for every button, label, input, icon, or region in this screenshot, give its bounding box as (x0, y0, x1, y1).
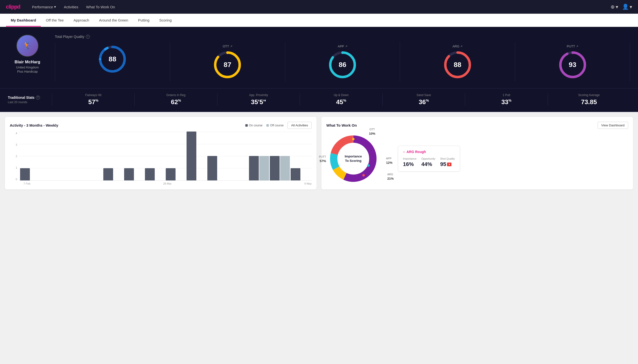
score-total: 88 (55, 42, 170, 82)
tpq-label: Total Player Quality ? (55, 35, 630, 38)
y-label-1: 1 (16, 166, 17, 169)
score-arg-label: ARG ↗ (453, 44, 463, 48)
wtwo-content: ImportanceTo Scoring PUTT 57% OTT 10% AP… (326, 132, 628, 186)
tpq-info-icon[interactable]: ? (86, 35, 90, 38)
bar-group-6 (124, 168, 144, 180)
stat-1-putt: 1 Putt 33% (465, 94, 547, 106)
ott-label: OTT 10% (369, 127, 375, 136)
tab-off-the-tee[interactable]: Off the Tee (41, 14, 69, 27)
score-app: APP ↗ 86 (285, 42, 400, 82)
view-dashboard-button[interactable]: View Dashboard (598, 122, 628, 129)
avatar: 🏌️ (17, 35, 39, 57)
bar-group-8 (166, 168, 186, 180)
stat-fairways-hit: Fairways Hit 57% (52, 94, 134, 106)
score-arg-value: 88 (454, 61, 461, 69)
score-arg: ARG ↗ 88 (400, 42, 515, 82)
tab-my-dashboard[interactable]: My Dashboard (6, 14, 41, 27)
score-putt-label: PUTT ↗ (567, 44, 578, 48)
svg-point-12 (468, 62, 470, 64)
y-label-2: 2 (16, 155, 17, 158)
stat-app-proximity: App. Proximity 35'5" (217, 94, 300, 106)
activity-chart-card: Activity - 3 Months - Weekly On course O… (5, 117, 317, 190)
wtwo-detail-card: ARG Rough Importance 16% Opportunity 44% (398, 146, 460, 172)
arg-label: ARG 21% (387, 172, 394, 181)
svg-point-3 (99, 58, 101, 60)
stat-up-down: Up & Down 45% (300, 94, 382, 106)
hero-section: 🏌️ Blair McHarg United Kingdom Plus Hand… (0, 27, 638, 88)
shot-quality-down-arrow: ▼ (447, 162, 452, 166)
bar-group-14 (291, 168, 311, 180)
y-label-3: 3 (16, 143, 17, 146)
putt-label: PUTT 57% (319, 154, 326, 163)
app-label: APP 12% (386, 156, 392, 165)
x-label-mar: 28 Mar (163, 182, 171, 185)
user-menu[interactable]: 👤▾ (622, 4, 632, 10)
score-ott-value: 87 (224, 61, 231, 69)
svg-point-23 (362, 174, 365, 176)
bottom-section: Activity - 3 Months - Weekly On course O… (0, 112, 638, 194)
nav-performance[interactable]: Performance ▾ (32, 4, 56, 10)
score-app-label: APP ↗ (338, 44, 347, 48)
detail-card-title: ARG Rough (403, 150, 455, 154)
wtwo-title: What To Work On (326, 123, 357, 127)
scores-grid: 88 OTT ↗ 87 (55, 42, 630, 82)
metric-opportunity: Opportunity 44% (421, 157, 435, 168)
svg-point-22 (367, 164, 370, 167)
player-info: 🏌️ Blair McHarg United Kingdom Plus Hand… (8, 35, 47, 73)
top-nav: clippd Performance ▾ Activities What To … (0, 0, 638, 14)
score-app-value: 86 (339, 61, 346, 69)
bar-group-13 (270, 156, 290, 180)
chart-legend: On course Off course (245, 124, 284, 127)
tab-around-the-green[interactable]: Around the Green (94, 14, 133, 27)
score-putt-value: 93 (569, 61, 576, 69)
bar-group-12 (249, 156, 269, 180)
metric-importance: Importance 16% (403, 157, 416, 168)
detail-metrics: Importance 16% Opportunity 44% Shot Qual… (403, 157, 455, 168)
legend-on-course: On course (245, 124, 263, 127)
bar-group-7 (145, 168, 165, 180)
score-total-value: 88 (109, 55, 116, 63)
what-to-work-on-card: What To Work On View Dashboard (321, 117, 633, 190)
metric-shot-quality: Shot Quality 95 ▼ (440, 157, 455, 168)
bar-group-1 (20, 168, 40, 180)
x-label-may: 9 May (304, 182, 312, 185)
player-handicap: Plus Handicap (17, 70, 38, 73)
legend-off-course: Off course (266, 124, 284, 127)
score-ott: OTT ↗ 87 (170, 42, 285, 82)
tab-approach[interactable]: Approach (69, 14, 94, 27)
stat-scoring-average: Scoring Average 73.85 (548, 94, 630, 106)
logo: clippd (6, 4, 20, 10)
svg-point-6 (227, 52, 229, 54)
ts-subtitle: Last 20 rounds (8, 100, 52, 104)
activity-chart-header: Activity - 3 Months - Weekly On course O… (10, 122, 312, 129)
stat-greens-in-reg: Greens In Reg 62% (134, 94, 217, 106)
all-activities-button[interactable]: All Activities (287, 122, 312, 129)
player-name: Blair McHarg (15, 60, 40, 64)
stat-sand-save: Sand Save 36% (382, 94, 465, 106)
activity-chart-title: Activity - 3 Months - Weekly (10, 123, 58, 128)
player-country: United Kingdom (16, 66, 39, 69)
bar-group-9 (186, 132, 207, 180)
svg-point-21 (352, 138, 354, 140)
score-ott-label: OTT ↗ (223, 44, 232, 48)
score-putt: PUTT ↗ 93 (515, 42, 630, 82)
nav-activities[interactable]: Activities (64, 4, 78, 10)
y-label-0: 0 (16, 178, 17, 181)
tab-scoring[interactable]: Scoring (154, 14, 176, 27)
add-button[interactable]: ⊕▾ (610, 4, 618, 10)
x-label-feb: 7 Feb (24, 182, 30, 185)
ts-stats-grid: Fairways Hit 57% Greens In Reg 62% App. … (52, 94, 630, 106)
ts-info-icon[interactable]: ? (36, 96, 40, 100)
svg-point-15 (572, 52, 574, 54)
scores-section: Total Player Quality ? 88 (55, 35, 630, 82)
tab-putting[interactable]: Putting (133, 14, 154, 27)
svg-point-9 (341, 52, 343, 54)
bar-group-10 (207, 156, 228, 180)
tabs-bar: My Dashboard Off the Tee Approach Around… (0, 14, 638, 27)
y-label-4: 4 (16, 132, 17, 135)
nav-what-to-work-on[interactable]: What To Work On (86, 4, 115, 10)
bar-group-5 (103, 168, 123, 180)
ts-title: Traditional Stats ? (8, 96, 52, 100)
wtwo-center-text: ImportanceTo Scoring (345, 154, 362, 163)
traditional-stats: Traditional Stats ? Last 20 rounds Fairw… (0, 88, 638, 112)
